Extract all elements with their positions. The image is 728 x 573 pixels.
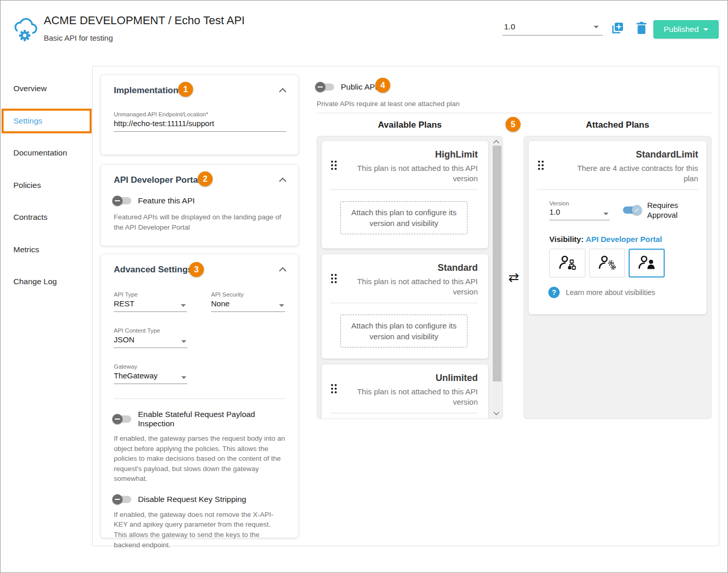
sidebar-item-changelog[interactable]: Change Log (1, 266, 92, 298)
divider (317, 113, 712, 113)
sidebar-item-settings[interactable]: Settings (1, 105, 92, 137)
delete-api-icon[interactable] (636, 22, 647, 37)
sidebar-item-overview[interactable]: Overview (1, 73, 92, 105)
api-version-select[interactable]: 1.0 (502, 19, 603, 36)
attached-plans-header: Attached Plans (524, 120, 712, 130)
annotation-badge-1: 1 (178, 82, 193, 97)
visibility-label: Visibility: (549, 235, 583, 244)
learn-more-link[interactable]: Learn more about visibilities (566, 288, 655, 297)
api-security-select[interactable]: None (211, 299, 285, 312)
plan-status: There are 4 active contracts for this pl… (567, 163, 698, 184)
cloud-gear-logo-icon (13, 16, 39, 45)
collapse-chevron-up-icon[interactable] (279, 267, 286, 274)
sidebar-nav: Overview Settings Documentation Policies… (1, 73, 92, 298)
public-api-toggle[interactable] (317, 83, 334, 91)
api-version-value: 1.0 (504, 22, 515, 31)
attached-plans-list: StandardLimit There are 4 active contrac… (524, 136, 712, 419)
scrollbar[interactable] (493, 136, 501, 419)
plan-version-select[interactable]: 1.0 (549, 207, 610, 220)
key-stripping-toggle[interactable] (114, 496, 131, 503)
page-subtitle: Basic API for testing (44, 33, 113, 42)
swap-arrows-icon: ⇄ (505, 270, 523, 285)
plan-card-highlimit: HighLimit This plan is not attached to t… (321, 141, 489, 249)
payload-inspection-label: Enable Stateful Request Payload Inspecti… (138, 410, 285, 428)
attach-plan-button[interactable]: Attach this plan to configure its versio… (340, 201, 467, 234)
private-api-note: Private APIs require at least one attach… (317, 99, 460, 109)
plan-card-unlimited: Unlimited This plan is not attached to t… (321, 364, 489, 419)
plan-version-label: Version (549, 200, 610, 206)
endpoint-field-label: Unmanaged API Endpoint/Location* (114, 111, 285, 117)
scroll-down-icon[interactable] (494, 411, 499, 415)
api-type-label: API Type (114, 291, 187, 298)
visibility-roles-button[interactable] (589, 249, 625, 277)
plan-status: This plan is not attached to this API ve… (346, 163, 478, 184)
plan-version-value: 1.0 (549, 207, 610, 216)
page-header: ACME DEVELOPMENT / Echo Test API Basic A… (1, 1, 727, 58)
sidebar-item-documentation[interactable]: Documentation (1, 137, 92, 169)
feature-api-toggle[interactable] (114, 197, 131, 204)
collapse-chevron-up-icon[interactable] (279, 178, 286, 185)
api-security-label: API Security (211, 291, 285, 298)
chevron-down-icon (181, 304, 186, 307)
gateway-value: TheGateway (114, 371, 187, 380)
plan-name: HighLimit (343, 149, 478, 160)
person-org-chart-icon (558, 254, 577, 272)
help-icon: ? (548, 287, 560, 298)
api-content-type-value: JSON (114, 335, 187, 344)
scrollbar-thumb[interactable] (493, 146, 501, 381)
api-security-value: None (211, 299, 285, 308)
api-type-value: REST (114, 299, 187, 308)
requires-approval-toggle[interactable] (623, 206, 640, 214)
api-type-select[interactable]: REST (114, 299, 187, 312)
drag-handle-icon[interactable] (538, 161, 544, 184)
collapse-chevron-up-icon[interactable] (279, 88, 286, 95)
key-stripping-description: If enabled, the gateway does not remove … (114, 510, 285, 550)
create-version-icon[interactable] (610, 21, 625, 38)
sidebar-item-metrics[interactable]: Metrics (1, 234, 92, 266)
chevron-down-icon (703, 28, 708, 31)
person-user-icon (637, 254, 656, 272)
payload-inspection-toggle[interactable] (114, 415, 131, 423)
published-status-button[interactable]: Published (653, 20, 719, 39)
payload-inspection-description: If enabled, the gateway parses the reque… (114, 433, 285, 484)
endpoint-value: http://echo-test:11111/support (114, 119, 286, 128)
available-plans-list: HighLimit This plan is not attached to t… (317, 136, 503, 419)
plan-card-standard: Standard This plan is not attached to th… (321, 254, 489, 359)
gateway-select[interactable]: TheGateway (114, 371, 187, 384)
feature-api-label: Feature this API (138, 196, 195, 205)
advanced-settings-card: Advanced Settings API Type REST API Secu… (100, 254, 299, 538)
published-status-label: Published (664, 25, 699, 34)
drag-handle-icon[interactable] (331, 384, 337, 408)
chevron-down-icon (594, 26, 599, 28)
divider (330, 189, 478, 190)
divider (537, 189, 698, 190)
attach-plan-button[interactable]: Attach this plan to configure its versio… (340, 315, 467, 348)
visibility-portal-users-button[interactable] (629, 249, 665, 277)
chevron-down-icon (181, 376, 186, 379)
plan-card-standardlimit: StandardLimit There are 4 active contrac… (528, 141, 707, 315)
feature-api-description: Featured APIs will be displayed on the l… (114, 212, 285, 232)
implementation-title: Implementation (114, 85, 179, 96)
plan-name: Unlimited (343, 373, 478, 384)
visibility-organizations-button[interactable] (549, 249, 585, 277)
settings-content: Implementation Unmanaged API Endpoint/Lo… (92, 66, 719, 546)
api-manager-page: ACME DEVELOPMENT / Echo Test API Basic A… (0, 0, 728, 573)
developer-portal-title: API Developer Portal (114, 175, 200, 185)
gateway-label: Gateway (114, 363, 187, 370)
divider (330, 303, 478, 303)
api-content-type-select[interactable]: JSON (114, 335, 187, 348)
key-stripping-label: Disable Request Key Stripping (138, 495, 246, 504)
scroll-up-icon[interactable] (494, 140, 499, 144)
drag-handle-icon[interactable] (331, 161, 337, 184)
drag-handle-icon[interactable] (331, 274, 337, 298)
divider (330, 413, 478, 413)
endpoint-input[interactable]: http://echo-test:11111/support (114, 119, 286, 132)
plan-name: StandardLimit (550, 149, 698, 160)
sidebar-item-policies[interactable]: Policies (1, 169, 92, 202)
annotation-badge-2: 2 (198, 171, 213, 186)
sidebar-item-contracts[interactable]: Contracts (1, 201, 92, 234)
visibility-value-link[interactable]: API Developer Portal (586, 235, 662, 244)
chevron-down-icon (181, 340, 186, 343)
annotation-badge-4: 4 (375, 78, 390, 93)
available-plans-header: Available Plans (317, 120, 503, 130)
